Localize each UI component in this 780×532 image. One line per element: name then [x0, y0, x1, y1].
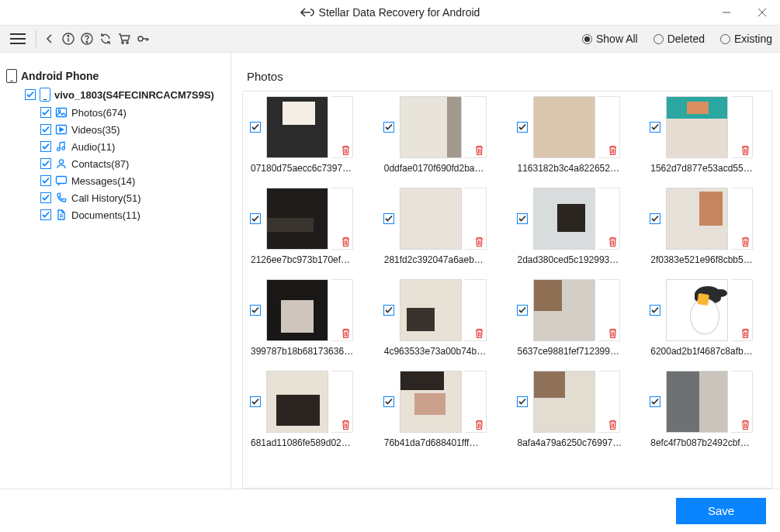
thumbnail-image[interactable]	[533, 371, 595, 433]
thumbnail-item[interactable]: 0ddfae0170f690fd2ba…	[381, 96, 501, 174]
thumbnail-checkbox[interactable]	[250, 305, 261, 316]
thumbnail-status	[731, 96, 753, 158]
thumbnail-item[interactable]: 6200ad2b1f4687c8afb…	[647, 279, 767, 357]
menu-button[interactable]	[8, 29, 28, 48]
thumbnail-image[interactable]	[266, 188, 328, 250]
thumbnail-filename: 4c963533e73a00b74b…	[381, 341, 497, 357]
thumbnail-item[interactable]: 2f0383e521e96f8cbb5…	[647, 188, 767, 265]
thumbnail-checkbox[interactable]	[650, 122, 660, 133]
key-icon[interactable]	[134, 30, 151, 47]
thumbnail-item[interactable]: 76b41da7d688401fff…	[381, 371, 501, 448]
thumbnail-status	[731, 371, 753, 433]
thumbnail-checkbox[interactable]	[383, 396, 394, 407]
thumbnail-image[interactable]	[533, 188, 595, 250]
filter-deleted[interactable]: Deleted	[653, 33, 705, 45]
contacts-icon	[55, 157, 68, 170]
thumbnail-item[interactable]: 1163182b3c4a822652…	[515, 96, 634, 174]
radio-icon	[653, 34, 664, 44]
help-icon[interactable]	[78, 30, 95, 47]
thumbnail-item[interactable]: 281fd2c392047a6aeb…	[381, 188, 501, 265]
thumbnail-checkbox[interactable]	[517, 396, 528, 407]
tree-item-photos[interactable]: Photos(674)	[6, 104, 224, 121]
tree-item-audio[interactable]: Audio(11)	[6, 138, 224, 155]
checkbox[interactable]	[40, 141, 51, 152]
thumbnail-item[interactable]: 2dad380ced5c192993…	[515, 188, 634, 265]
thumbnail-image[interactable]	[400, 188, 462, 250]
thumbnail-filename: 5637ce9881fef712399…	[515, 341, 631, 357]
nav-back-button[interactable]	[41, 30, 58, 47]
checkbox[interactable]	[25, 89, 36, 100]
thumbnail-checkbox[interactable]	[383, 122, 394, 133]
back-arrow-icon	[300, 7, 314, 18]
thumbnail-item[interactable]: 2126ee7bc973b170ef…	[248, 188, 367, 265]
info-icon[interactable]	[60, 30, 77, 47]
thumbnail-status	[731, 188, 753, 250]
trash-icon	[474, 145, 484, 156]
filter-existing[interactable]: Existing	[720, 33, 772, 45]
thumbnail-item[interactable]: 8efc4f7b087b2492cbf…	[647, 371, 767, 448]
thumbnail-item[interactable]: 399787b18b68173636…	[248, 279, 367, 357]
tree-item-videos[interactable]: Videos(35)	[6, 121, 224, 138]
thumbnail-scroll[interactable]: 07180d75aecc6c7397…0ddfae0170f690fd2ba…1…	[242, 91, 772, 489]
filter-show-all[interactable]: Show All	[582, 33, 638, 45]
trash-icon	[740, 420, 751, 430]
tree-item-label: Audio(11)	[71, 141, 115, 153]
thumbnail-checkbox[interactable]	[650, 305, 660, 316]
thumbnail-image[interactable]	[400, 371, 462, 433]
checkbox[interactable]	[40, 209, 51, 220]
close-button[interactable]	[744, 0, 780, 25]
radio-icon	[720, 34, 730, 44]
thumbnail-image[interactable]	[533, 279, 595, 341]
tree-item-messages[interactable]: Messages(14)	[6, 172, 224, 189]
thumbnail-checkbox[interactable]	[650, 396, 660, 407]
tree-item-callhistory[interactable]: Call History(51)	[6, 189, 224, 206]
thumbnail-image[interactable]	[666, 371, 728, 433]
svg-point-10	[138, 36, 143, 41]
checkbox[interactable]	[40, 192, 51, 203]
thumbnail-checkbox[interactable]	[650, 213, 660, 224]
thumbnail-image[interactable]	[266, 279, 328, 341]
svg-point-7	[86, 41, 88, 43]
thumbnail-filename: 281fd2c392047a6aeb…	[381, 250, 497, 265]
thumbnail-image[interactable]	[266, 371, 328, 433]
svg-point-9	[127, 42, 128, 43]
thumbnail-checkbox[interactable]	[250, 396, 261, 407]
thumbnail-checkbox[interactable]	[250, 213, 261, 224]
checkbox[interactable]	[40, 175, 51, 186]
thumbnail-item[interactable]: 1562d7d877e53acd55…	[647, 96, 767, 174]
checkbox[interactable]	[40, 158, 51, 169]
thumbnail-image[interactable]	[666, 279, 728, 341]
thumbnail-checkbox[interactable]	[517, 305, 528, 316]
trash-icon	[740, 237, 751, 247]
thumbnail-image[interactable]	[266, 96, 328, 158]
thumbnail-item[interactable]: 07180d75aecc6c7397…	[248, 96, 367, 174]
cart-icon[interactable]	[116, 30, 133, 47]
minimize-button[interactable]	[709, 0, 744, 25]
thumbnail-item[interactable]: 8afa4a79a6250c76997…	[515, 371, 634, 448]
thumbnail-filename: 8efc4f7b087b2492cbf…	[647, 433, 764, 448]
checkbox[interactable]	[40, 124, 51, 135]
tree-device[interactable]: vivo_1803(S4FECINRCACM7S9S)	[6, 85, 224, 104]
save-button[interactable]: Save	[676, 498, 766, 524]
tree-item-documents[interactable]: Documents(11)	[6, 206, 224, 223]
thumbnail-image[interactable]	[533, 96, 595, 158]
thumbnail-item[interactable]: 5637ce9881fef712399…	[515, 279, 634, 357]
thumbnail-checkbox[interactable]	[517, 122, 528, 133]
thumbnail-image[interactable]	[666, 188, 728, 250]
svg-rect-11	[57, 109, 67, 117]
thumbnail-checkbox[interactable]	[383, 213, 394, 224]
thumbnail-image[interactable]	[666, 96, 728, 158]
thumbnail-image[interactable]	[400, 279, 462, 341]
tree-root[interactable]: Android Phone	[6, 67, 224, 85]
checkbox[interactable]	[40, 107, 51, 118]
thumbnail-item[interactable]: 4c963533e73a00b74b…	[381, 279, 501, 357]
tree-item-contacts[interactable]: Contacts(87)	[6, 155, 224, 172]
thumbnail-status	[331, 96, 353, 158]
refresh-icon[interactable]	[97, 30, 114, 47]
thumbnail-item[interactable]: 681ad11086fe589d02…	[248, 371, 367, 448]
thumbnail-checkbox[interactable]	[383, 305, 394, 316]
thumbnail-image[interactable]	[400, 96, 462, 158]
thumbnail-checkbox[interactable]	[250, 122, 261, 133]
thumbnail-checkbox[interactable]	[517, 213, 528, 224]
svg-rect-17	[57, 177, 67, 184]
